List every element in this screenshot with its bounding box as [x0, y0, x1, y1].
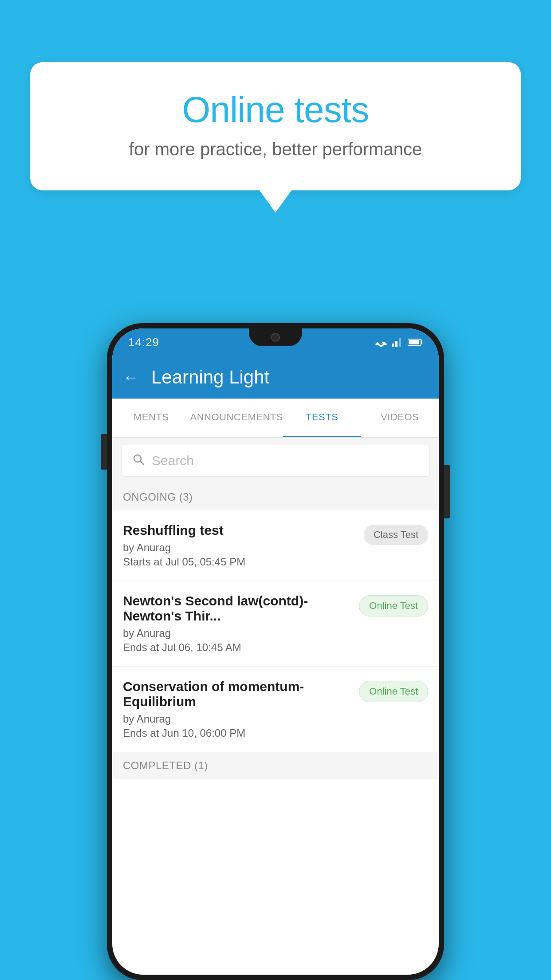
completed-section-title: COMPLETED (1): [123, 759, 208, 771]
notch: [249, 328, 302, 346]
search-bar[interactable]: Search: [121, 445, 430, 477]
test-badge: Online Test: [359, 595, 428, 616]
back-button[interactable]: ←: [123, 368, 139, 387]
signal-icon: [392, 337, 404, 347]
test-info: Newton's Second law(contd)-Newton's Thir…: [123, 593, 352, 654]
search-container: Search: [112, 438, 439, 484]
tab-announcements[interactable]: ANNOUNCEMENTS: [190, 399, 283, 437]
test-item[interactable]: Conservation of momentum-Equilibrium by …: [112, 667, 439, 752]
app-bar: ← Learning Light: [112, 356, 439, 399]
test-item[interactable]: Reshuffling test by Anurag Starts at Jul…: [112, 510, 439, 581]
test-name: Reshuffling test: [123, 523, 357, 538]
ongoing-section-header: ONGOING (3): [112, 484, 439, 510]
test-list: Reshuffling test by Anurag Starts at Jul…: [112, 510, 439, 752]
search-icon: [132, 453, 145, 469]
svg-line-10: [140, 461, 144, 465]
ongoing-section-title: ONGOING (3): [123, 491, 193, 503]
battery-icon: [408, 338, 423, 346]
speech-bubble: Online tests for more practice, better p…: [30, 62, 521, 190]
speech-bubble-container: Online tests for more practice, better p…: [30, 62, 521, 213]
tab-tests[interactable]: TESTS: [283, 399, 361, 437]
search-placeholder: Search: [152, 453, 194, 468]
svg-rect-3: [392, 344, 394, 347]
status-icons: [374, 337, 423, 347]
svg-rect-7: [421, 340, 422, 344]
test-info: Reshuffling test by Anurag Starts at Jul…: [123, 523, 357, 568]
speech-bubble-arrow: [260, 190, 291, 213]
status-time: 14:29: [128, 336, 159, 349]
test-time: Ends at Jul 06, 10:45 AM: [123, 641, 352, 654]
test-info: Conservation of momentum-Equilibrium by …: [123, 679, 352, 739]
camera-icon: [271, 333, 280, 342]
status-bar: 14:29: [112, 328, 439, 356]
test-name: Conservation of momentum-Equilibrium: [123, 679, 352, 709]
completed-section-header: COMPLETED (1): [112, 752, 439, 779]
tab-videos[interactable]: VIDEOS: [361, 399, 439, 437]
wifi-icon: [374, 337, 388, 347]
svg-rect-8: [409, 340, 419, 344]
svg-rect-5: [399, 338, 401, 347]
phone-screen: 14:29: [112, 328, 439, 975]
speech-bubble-subtitle: for more practice, better performance: [66, 139, 485, 159]
test-author: by Anurag: [123, 541, 357, 554]
test-author: by Anurag: [123, 713, 352, 725]
test-time: Ends at Jun 10, 06:00 PM: [123, 727, 352, 739]
test-author: by Anurag: [123, 627, 352, 640]
test-badge: Online Test: [359, 681, 428, 702]
test-item[interactable]: Newton's Second law(contd)-Newton's Thir…: [112, 581, 439, 667]
test-name: Newton's Second law(contd)-Newton's Thir…: [123, 593, 352, 624]
test-badge: Class Test: [364, 525, 428, 545]
test-time: Starts at Jul 05, 05:45 PM: [123, 556, 357, 568]
svg-rect-4: [395, 341, 398, 347]
tabs-container: MENTS ANNOUNCEMENTS TESTS VIDEOS: [112, 399, 439, 438]
app-title: Learning Light: [151, 367, 269, 388]
speech-bubble-title: Online tests: [66, 89, 485, 130]
tab-ments[interactable]: MENTS: [112, 399, 190, 437]
phone-device: 14:29: [107, 323, 444, 980]
phone-outer-frame: 14:29: [107, 323, 444, 980]
